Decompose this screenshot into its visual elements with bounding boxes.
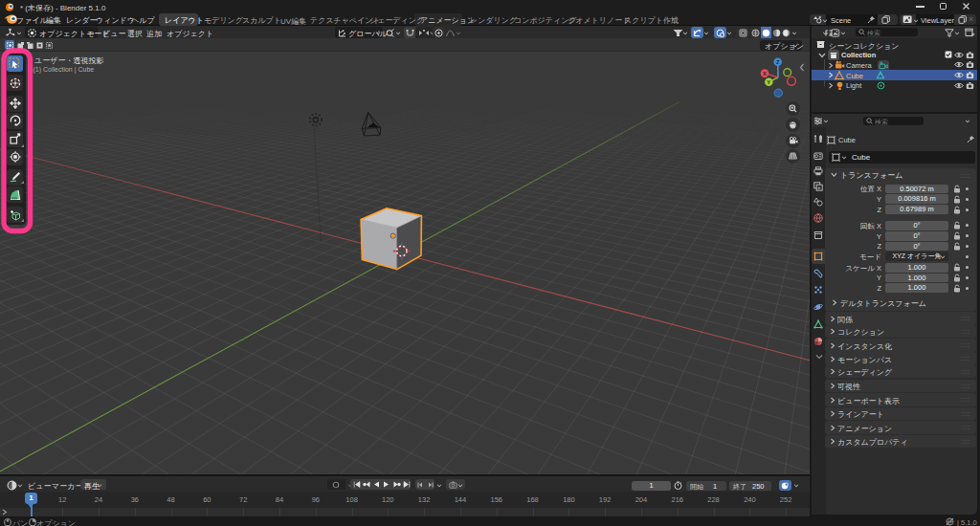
- svg-text:X: X: [763, 71, 767, 77]
- svg-text:Z: Z: [776, 59, 780, 65]
- svg-text:Y: Y: [767, 79, 770, 85]
